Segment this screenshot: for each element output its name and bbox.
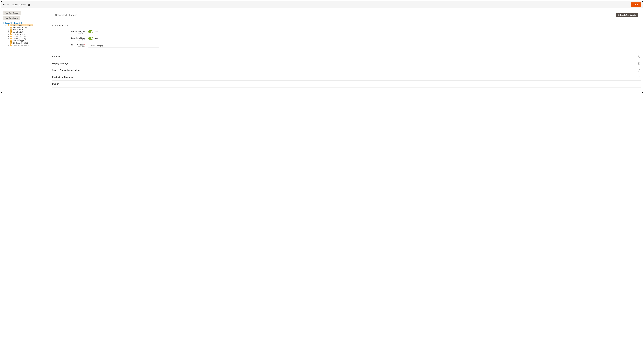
tree-node-label[interactable]: Sale (ID: 38) (0): [12, 40, 24, 42]
save-button[interactable]: Save: [631, 2, 641, 7]
add-subcategory-button[interactable]: Add Subcategory: [3, 16, 20, 20]
include-in-menu-row: Include in Menu [store view] Yes: [52, 37, 641, 41]
scope-value: All Store Views: [12, 4, 24, 6]
enable-category-value: Yes: [95, 31, 98, 33]
tree-node: +Training (ID: 9) (6): [8, 38, 51, 40]
category-name-scope: [store view]: [52, 46, 85, 48]
tree-node: +Women (ID: 21) (0): [8, 29, 51, 31]
tree-expander-icon: [8, 42, 9, 44]
tree-node-label[interactable]: Gift Cards (ID: 11) (2): [12, 42, 28, 44]
folder-icon: [10, 44, 12, 46]
tree-controls: Collapse All | Expand All: [3, 22, 51, 24]
folder-icon: [10, 38, 12, 40]
tree-node: +Gear (ID: 3) (53): [8, 33, 51, 36]
chevron-down-icon: [638, 76, 640, 78]
include-in-menu-toggle[interactable]: [88, 37, 93, 40]
accordion-title: Design: [52, 83, 59, 85]
scheduled-changes-title: Scheduled Changes: [55, 14, 77, 16]
schedule-new-update-button[interactable]: Schedule New Update: [616, 13, 638, 17]
tree-node: Gift Cards (ID: 11) (2): [8, 42, 51, 44]
category-name-row: Category Name* [store view]: [52, 44, 641, 48]
sidebar: Add Root Category Add Subcategory Collap…: [3, 11, 51, 46]
tree-node-label[interactable]: Gear (ID: 3) (53): [12, 33, 25, 36]
enable-category-toggle[interactable]: [88, 30, 93, 33]
tree-node-label[interactable]: Promotions (ID: 30) (0): [12, 44, 30, 46]
main-content: Scheduled Changes Schedule New Update Cu…: [52, 11, 641, 88]
tree-node-label[interactable]: Default Category (ID: 2) (2056): [10, 24, 33, 26]
tree-node: What's New (ID: 39) (0): [8, 27, 51, 29]
folder-icon: [10, 29, 12, 31]
folder-icon: [8, 24, 10, 26]
folder-icon: [10, 32, 12, 33]
tree-expander-icon[interactable]: +: [8, 38, 9, 40]
tree-node: +Promotions (ID: 30) (0): [8, 44, 51, 46]
accordion-title: Content: [52, 56, 60, 58]
tree-node-label[interactable]: Training (ID: 9) (6): [12, 38, 26, 40]
enable-category-row: Enable Category [store view] Yes: [52, 30, 641, 34]
tree-expander-icon: [8, 27, 9, 28]
scope-group: Scope: All Store Views ?: [3, 4, 30, 6]
folder-icon: [10, 27, 12, 28]
scope-select[interactable]: All Store Views: [12, 4, 26, 6]
accordion-section[interactable]: Content: [52, 53, 641, 60]
tree-expander-icon[interactable]: −: [6, 24, 7, 26]
accordion-title: Products in Category: [52, 76, 73, 78]
tree-node: Sale (ID: 38) (0): [8, 40, 51, 42]
accordion-section[interactable]: Display Settings: [52, 60, 641, 67]
folder-icon: [10, 42, 12, 44]
tree-expander-icon[interactable]: +: [8, 32, 9, 33]
accordion-title: Display Settings: [52, 62, 68, 65]
enable-category-scope: [store view]: [52, 32, 85, 34]
tree-node-label[interactable]: What's New (ID: 39) (0): [12, 27, 30, 29]
chevron-down-icon: [638, 83, 640, 85]
top-bar: Scope: All Store Views ? Save: [1, 1, 643, 8]
include-in-menu-value: Yes: [95, 37, 98, 40]
accordion-section[interactable]: Products in Category: [52, 74, 641, 81]
expand-all-link[interactable]: Expand All: [14, 22, 22, 24]
category-tree: − Default Category (ID: 2) (2056) What's…: [3, 24, 51, 46]
scheduled-changes-panel: Scheduled Changes Schedule New Update: [52, 11, 641, 19]
chevron-down-icon: [638, 62, 640, 65]
tree-node-label[interactable]: Women (ID: 21) (0): [12, 29, 27, 31]
folder-icon: [10, 34, 12, 35]
chevron-down-icon: [638, 56, 640, 58]
tree-expander-icon[interactable]: +: [8, 44, 9, 46]
chevron-down-icon: [638, 69, 640, 72]
collapse-all-link[interactable]: Collapse All: [3, 22, 12, 24]
tree-node: +Collections (ID: 7) (19): [8, 36, 51, 38]
category-name-label: Category Name: [70, 44, 84, 46]
enable-category-label: Enable Category: [71, 30, 85, 32]
folder-icon: [10, 40, 12, 42]
tree-node-label[interactable]: Men (ID: 12) (0): [12, 31, 24, 33]
scope-label: Scope:: [3, 4, 9, 6]
tree-expander-icon[interactable]: +: [8, 29, 9, 31]
folder-icon: [10, 36, 12, 37]
tree-expander-icon: [8, 40, 9, 42]
accordion-section[interactable]: Search Engine Optimization: [52, 67, 641, 74]
tree-node: +Men (ID: 12) (0): [8, 31, 51, 33]
currently-active-heading: Currently Active: [52, 24, 641, 28]
tree-expander-icon[interactable]: +: [8, 36, 9, 37]
category-name-input[interactable]: [88, 44, 159, 48]
accordion-section[interactable]: Design: [52, 80, 641, 88]
accordion-title: Search Engine Optimization: [52, 69, 80, 72]
required-icon: *: [84, 44, 85, 46]
tree-expander-icon[interactable]: +: [8, 34, 9, 35]
help-icon[interactable]: ?: [28, 4, 30, 6]
add-root-category-button[interactable]: Add Root Category: [3, 11, 22, 15]
tree-root-node: − Default Category (ID: 2) (2056): [6, 24, 51, 26]
include-in-menu-scope: [store view]: [52, 39, 85, 41]
tree-node-label[interactable]: Collections (ID: 7) (19): [12, 36, 29, 38]
caret-down-icon: [24, 4, 26, 5]
separator: |: [13, 22, 13, 24]
include-in-menu-label: Include in Menu: [71, 37, 85, 39]
